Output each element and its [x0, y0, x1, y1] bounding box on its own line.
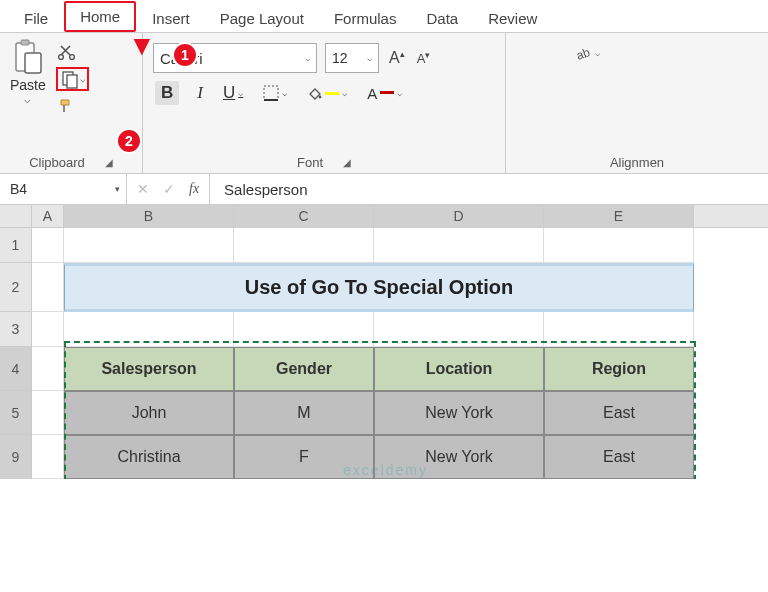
cell[interactable] — [544, 312, 694, 347]
svg-rect-6 — [67, 75, 77, 88]
grow-font-button[interactable]: A▴ — [387, 47, 407, 69]
scissors-icon — [58, 43, 76, 61]
table-cell[interactable]: East — [544, 391, 694, 435]
copy-dropdown-caret[interactable]: ⌵ — [80, 74, 85, 84]
row-header-1[interactable]: 1 — [0, 228, 32, 263]
spreadsheet-grid[interactable]: A B C D E 1 2 Use of Go To Special Optio… — [0, 205, 768, 479]
col-header-c[interactable]: C — [234, 205, 374, 227]
row-header-3[interactable]: 3 — [0, 312, 32, 347]
svg-point-9 — [319, 95, 322, 98]
tab-insert[interactable]: Insert — [138, 5, 204, 32]
tab-home[interactable]: Home — [64, 1, 136, 32]
cell[interactable] — [32, 435, 64, 479]
cell[interactable] — [234, 228, 374, 263]
tab-review[interactable]: Review — [474, 5, 551, 32]
group-alignment: ab⌵ Alignmen — [506, 33, 768, 173]
shrink-font-button[interactable]: A▾ — [415, 48, 433, 68]
font-size-value: 12 — [332, 50, 348, 66]
cell[interactable] — [234, 312, 374, 347]
cell[interactable] — [32, 347, 64, 391]
orientation-button[interactable]: ab⌵ — [572, 45, 602, 61]
cell[interactable] — [32, 312, 64, 347]
bold-button[interactable]: B — [155, 81, 179, 105]
name-box[interactable]: B4 ▾ — [0, 174, 127, 204]
cell[interactable] — [374, 228, 544, 263]
table-header[interactable]: Region — [544, 347, 694, 391]
format-painter-button[interactable] — [56, 95, 89, 117]
chevron-down-icon: ⌵ — [305, 53, 310, 63]
copy-icon — [60, 69, 80, 89]
chevron-down-icon: ▾ — [115, 184, 120, 194]
chevron-down-icon: ⌵ — [367, 53, 372, 63]
row-header-2[interactable]: 2 — [0, 263, 32, 312]
cell[interactable] — [32, 228, 64, 263]
callout-arrow-icon: ▼ — [128, 30, 156, 62]
font-dialog-launcher[interactable]: ◢ — [343, 157, 351, 168]
copy-button[interactable]: ⌵ — [56, 67, 89, 91]
table-header[interactable]: Location — [374, 347, 544, 391]
cut-button[interactable] — [56, 41, 89, 63]
orientation-icon: ab — [574, 45, 592, 61]
paste-icon — [13, 39, 43, 75]
fill-color-button[interactable]: ⌵ — [305, 87, 349, 100]
row-header-4[interactable]: 4 — [0, 347, 32, 391]
name-box-value: B4 — [10, 181, 27, 197]
row-header-5[interactable]: 5 — [0, 391, 32, 435]
font-group-label: Font — [297, 155, 323, 170]
watermark: exceldemy EXCEL · DATA · BI — [343, 462, 428, 479]
col-header-b[interactable]: B — [64, 205, 234, 227]
font-size-select[interactable]: 12 ⌵ — [325, 43, 379, 73]
format-painter-icon — [58, 97, 76, 115]
tab-formulas[interactable]: Formulas — [320, 5, 411, 32]
alignment-group-label: Alignmen — [610, 155, 664, 170]
bucket-icon — [307, 87, 322, 100]
underline-button[interactable]: U ⌵ — [221, 83, 245, 103]
svg-rect-1 — [21, 40, 29, 45]
cell[interactable] — [64, 312, 234, 347]
cell[interactable] — [374, 312, 544, 347]
borders-icon — [263, 85, 279, 101]
select-all-corner[interactable] — [0, 205, 32, 227]
formula-input[interactable]: Salesperson — [210, 174, 768, 204]
callout-badge-1: 1 — [172, 42, 198, 68]
col-header-d[interactable]: D — [374, 205, 544, 227]
col-header-e[interactable]: E — [544, 205, 694, 227]
cell[interactable] — [32, 263, 64, 312]
paste-dropdown-caret[interactable]: ⌵ — [24, 93, 31, 106]
cell[interactable] — [32, 391, 64, 435]
font-color-button[interactable]: A ⌵ — [365, 85, 404, 102]
tab-data[interactable]: Data — [412, 5, 472, 32]
fx-icon[interactable]: fx — [189, 181, 199, 197]
cell[interactable] — [64, 228, 234, 263]
table-cell[interactable]: New York — [374, 391, 544, 435]
tab-file[interactable]: File — [10, 5, 62, 32]
svg-point-3 — [58, 55, 63, 60]
borders-button[interactable]: ⌵ — [261, 85, 289, 101]
menu-tabs: File Home Insert Page Layout Formulas Da… — [0, 0, 768, 33]
table-cell[interactable]: John — [64, 391, 234, 435]
ribbon: 1 2 Paste ⌵ ⌵ — [0, 33, 768, 174]
accept-formula-button[interactable]: ✓ — [163, 181, 175, 197]
table-header[interactable]: Gender — [234, 347, 374, 391]
table-cell[interactable]: M — [234, 391, 374, 435]
paste-button[interactable]: Paste ⌵ — [6, 37, 50, 108]
formula-bar: B4 ▾ ✕ ✓ fx Salesperson — [0, 174, 768, 205]
cancel-formula-button[interactable]: ✕ — [137, 181, 149, 197]
svg-text:ab: ab — [574, 45, 592, 61]
clipboard-dialog-launcher[interactable]: ◢ — [105, 157, 113, 168]
table-cell[interactable]: East — [544, 435, 694, 479]
paste-label: Paste — [10, 77, 46, 93]
tab-page-layout[interactable]: Page Layout — [206, 5, 318, 32]
cell[interactable] — [544, 228, 694, 263]
svg-rect-2 — [25, 53, 41, 73]
svg-rect-7 — [264, 86, 278, 100]
table-cell[interactable]: Christina — [64, 435, 234, 479]
col-header-a[interactable]: A — [32, 205, 64, 227]
clipboard-group-label: Clipboard — [29, 155, 85, 170]
callout-badge-2: 2 — [116, 128, 142, 154]
italic-button[interactable]: I — [195, 83, 205, 103]
svg-point-4 — [69, 55, 74, 60]
sheet-title[interactable]: Use of Go To Special Option — [64, 263, 694, 312]
row-header-9[interactable]: 9 — [0, 435, 32, 479]
table-header[interactable]: Salesperson — [64, 347, 234, 391]
